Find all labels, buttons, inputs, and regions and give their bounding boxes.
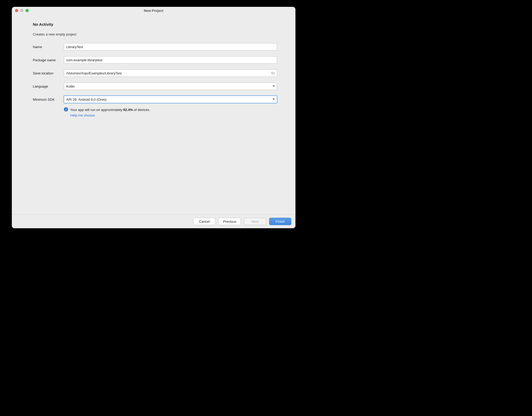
titlebar: New Project — [12, 7, 295, 14]
page-subtitle: Creates a new empty project — [33, 32, 277, 36]
package-name-label: Package name — [33, 58, 64, 62]
next-button[interactable]: Next — [244, 218, 266, 225]
name-input[interactable] — [64, 43, 277, 50]
page-heading: No Activity — [33, 22, 277, 27]
minimum-sdk-select[interactable] — [64, 96, 277, 103]
maximize-window-button[interactable] — [25, 9, 29, 12]
minimum-sdk-label: Minimum SDK — [33, 98, 64, 102]
package-name-input[interactable] — [64, 56, 277, 64]
language-label: Language — [33, 84, 64, 88]
save-location-row: Save location — [33, 69, 277, 77]
finish-button[interactable]: Finish — [269, 218, 291, 225]
info-prefix: Your app will run on approximately — [70, 108, 123, 112]
help-me-choose-link[interactable]: Help me choose — [70, 113, 277, 117]
window-title: New Project — [12, 9, 295, 13]
language-select[interactable] — [64, 83, 277, 90]
save-location-input[interactable] — [64, 69, 277, 77]
language-row: Language — [33, 83, 277, 90]
info-suffix: of devices. — [133, 108, 150, 112]
dialog-footer: Cancel Previous Next Finish — [12, 214, 295, 228]
previous-button[interactable]: Previous — [218, 218, 241, 225]
info-icon: i — [64, 107, 68, 111]
window-controls — [12, 9, 29, 12]
package-name-row: Package name — [33, 56, 277, 64]
name-label: Name — [33, 45, 64, 49]
minimize-window-button[interactable] — [20, 9, 23, 12]
browse-folder-icon[interactable] — [271, 71, 275, 75]
new-project-dialog: New Project No Activity Creates a new em… — [12, 7, 295, 228]
save-location-label: Save location — [33, 71, 64, 75]
minimum-sdk-row: Minimum SDK — [33, 96, 277, 103]
device-coverage-info: i Your app will run on approximately 92.… — [64, 107, 277, 113]
device-coverage-text: Your app will run on approximately 92.4%… — [70, 107, 150, 113]
name-row: Name — [33, 43, 277, 50]
close-window-button[interactable] — [15, 9, 18, 12]
cancel-button[interactable]: Cancel — [193, 218, 215, 225]
dialog-content: No Activity Creates a new empty project … — [12, 14, 295, 214]
info-percentage: 92.4% — [123, 108, 133, 112]
